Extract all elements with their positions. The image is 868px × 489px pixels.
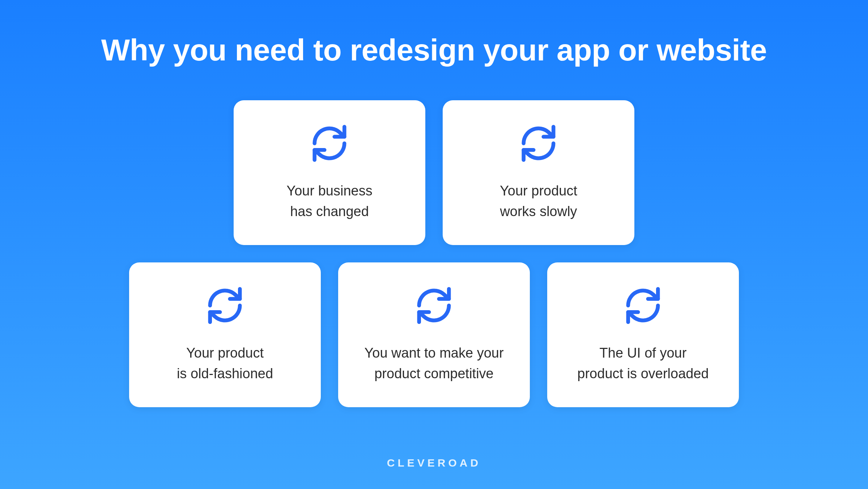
card-text: The UI of your product is overloaded <box>577 343 709 384</box>
card-text: You want to make your product competitiv… <box>364 343 503 384</box>
refresh-icon <box>310 123 349 163</box>
cards-row-1: Your business has changed Your product w… <box>234 100 634 245</box>
card-text: Your product works slowly <box>500 181 577 222</box>
card-line2: has changed <box>290 204 369 219</box>
cards-row-2: Your product is old-fashioned You want t… <box>129 262 739 407</box>
refresh-icon <box>519 123 558 163</box>
card-line2: works slowly <box>500 204 577 219</box>
card-line1: Your business <box>286 183 372 198</box>
refresh-icon <box>623 286 663 325</box>
card-line2: is old-fashioned <box>177 366 273 381</box>
card-business-changed: Your business has changed <box>234 100 425 245</box>
card-product-slow: Your product works slowly <box>443 100 634 245</box>
card-line1: Your product <box>500 183 577 198</box>
card-old-fashioned: Your product is old-fashioned <box>129 262 321 407</box>
card-competitive: You want to make your product competitiv… <box>338 262 530 407</box>
refresh-icon <box>414 286 454 325</box>
refresh-icon <box>205 286 245 325</box>
card-text: Your business has changed <box>286 181 372 222</box>
card-line1: The UI of your <box>600 345 687 361</box>
card-line1: Your product <box>186 345 264 361</box>
cards-container: Your business has changed Your product w… <box>129 100 739 407</box>
footer-logo: CLEVEROAD <box>387 457 481 469</box>
card-line1: You want to make your <box>364 345 503 361</box>
card-ui-overloaded: The UI of your product is overloaded <box>547 262 739 407</box>
card-text: Your product is old-fashioned <box>177 343 273 384</box>
card-line2: product competitive <box>374 366 494 381</box>
page-title: Why you need to redesign your app or web… <box>101 33 767 68</box>
card-line2: product is overloaded <box>577 366 709 381</box>
